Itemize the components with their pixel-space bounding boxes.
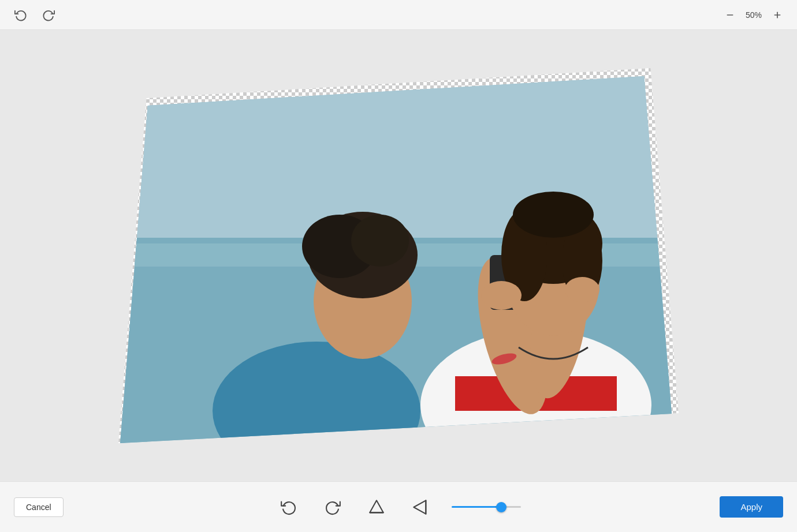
bottom-left: Cancel: [14, 497, 64, 517]
toolbar-left: [12, 6, 58, 24]
svg-marker-33: [414, 500, 426, 514]
svg-point-27: [513, 192, 594, 238]
svg-point-29: [481, 281, 522, 310]
zoom-out-button[interactable]: [722, 7, 738, 23]
zoom-level: 50%: [743, 10, 765, 20]
svg-point-30: [565, 277, 599, 302]
svg-marker-31: [370, 500, 383, 512]
photo-image: [120, 76, 672, 443]
toolbar-right: 50%: [722, 7, 785, 23]
bottom-toolbar: Cancel: [0, 481, 797, 532]
canvas-area[interactable]: [0, 30, 797, 481]
rotate-cw-button[interactable]: [320, 494, 345, 520]
redo-button[interactable]: [39, 6, 58, 24]
flip-vertical-button[interactable]: [364, 494, 389, 520]
rotation-slider[interactable]: [452, 506, 521, 508]
undo-button[interactable]: [12, 6, 30, 24]
apply-button[interactable]: Apply: [720, 496, 783, 518]
rotate-ccw-button[interactable]: [276, 494, 301, 520]
cancel-button[interactable]: Cancel: [14, 497, 64, 517]
svg-point-11: [351, 215, 409, 267]
rotation-slider-container: [452, 506, 521, 508]
image-wrapper: [118, 68, 679, 443]
top-toolbar: 50%: [0, 0, 797, 30]
bottom-center: [276, 494, 521, 520]
bottom-right: Apply: [720, 496, 783, 518]
zoom-in-button[interactable]: [769, 7, 785, 23]
flip-horizontal-button[interactable]: [408, 494, 433, 520]
